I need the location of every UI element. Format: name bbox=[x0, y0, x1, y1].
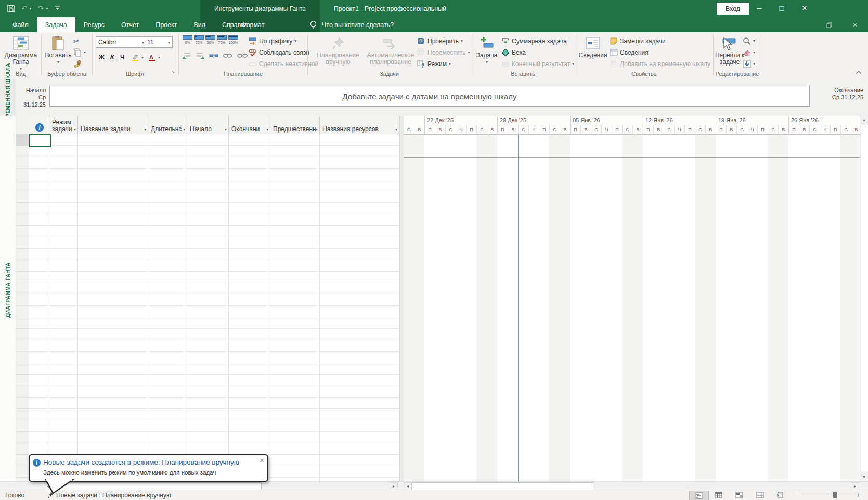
details-button[interactable]: Сведения bbox=[610, 47, 649, 58]
restore-document-icon[interactable] bbox=[823, 21, 835, 29]
row-header-28[interactable] bbox=[16, 443, 29, 455]
gantt-timescale[interactable]: СВ22 Дек '25ПВСЧПСВ29 Дек '25ПВСЧПСВ05 Я… bbox=[404, 116, 860, 135]
timescale-day[interactable]: В bbox=[435, 125, 445, 134]
view-resource-sheet-button[interactable] bbox=[753, 491, 767, 499]
timescale-day[interactable]: П bbox=[466, 125, 476, 134]
timescale-day[interactable]: В bbox=[726, 125, 736, 134]
cut-button[interactable]: ✂ bbox=[73, 35, 80, 46]
row-header-16[interactable] bbox=[16, 306, 29, 317]
split-task-icon[interactable] bbox=[209, 53, 218, 59]
manual-schedule-button[interactable]: Планирование вручную bbox=[311, 34, 365, 66]
bold-button[interactable]: Ж bbox=[97, 52, 107, 62]
vertical-scrollbar-thumb[interactable] bbox=[861, 125, 868, 471]
timeline-strip[interactable]: ВРЕМЕННАЯ ШКАЛА bbox=[0, 79, 16, 116]
timescale-day[interactable]: В bbox=[632, 125, 643, 134]
tab-формат[interactable]: Формат bbox=[233, 17, 273, 32]
row-header-9[interactable] bbox=[16, 226, 29, 237]
tab-отчет[interactable]: Отчет bbox=[113, 17, 147, 32]
tab-задача[interactable]: Задача bbox=[37, 17, 75, 32]
view-team-planner-button[interactable] bbox=[732, 491, 746, 499]
link-tasks-icon[interactable] bbox=[223, 53, 233, 59]
sign-in-button[interactable]: Вход bbox=[717, 3, 749, 15]
tab-файл[interactable]: Файл bbox=[4, 17, 37, 32]
auto-schedule-button[interactable]: Автоматическое планирование bbox=[366, 34, 415, 66]
redo-dropdown-icon[interactable]: ▾ bbox=[46, 6, 48, 11]
view-gantt-chart-button[interactable] bbox=[689, 491, 709, 500]
timescale-day[interactable]: П bbox=[612, 125, 622, 134]
gantt-scroll-right-icon[interactable]: ▸ bbox=[851, 482, 859, 490]
timeline-add-tasks-box[interactable]: Добавьте задачи с датами на временную шк… bbox=[49, 86, 810, 107]
column-header-info[interactable]: i bbox=[29, 116, 49, 134]
indent-task-icon[interactable] bbox=[196, 52, 205, 59]
filter-dropdown-icon[interactable]: ▾ bbox=[183, 126, 185, 133]
row-header-3[interactable] bbox=[16, 157, 29, 169]
timescale-day[interactable]: С bbox=[445, 125, 456, 134]
tell-me-assist[interactable]: Что вы хотите сделать? bbox=[309, 17, 394, 32]
timescale-day[interactable]: В bbox=[799, 125, 809, 134]
row-header-8[interactable] bbox=[16, 214, 29, 226]
respect-links-button[interactable]: Соблюдать связи bbox=[249, 47, 309, 58]
timescale-day[interactable]: В bbox=[414, 125, 424, 134]
row-header-21[interactable] bbox=[16, 363, 29, 375]
column-header-начало[interactable]: Начало▾ bbox=[187, 116, 229, 134]
timescale-week-5[interactable]: 19 Янв '26 bbox=[716, 116, 788, 125]
column-header-окончани[interactable]: Окончани▾ bbox=[229, 116, 270, 134]
font-size-select[interactable]: 11 ▾ bbox=[145, 36, 173, 48]
fill-down-button[interactable]: ▾ bbox=[743, 58, 755, 69]
timescale-day[interactable]: С bbox=[664, 125, 674, 134]
zoom-slider-thumb[interactable] bbox=[833, 492, 837, 498]
close-document-icon[interactable]: ✕ bbox=[849, 21, 861, 29]
timescale-day[interactable]: В bbox=[653, 125, 664, 134]
italic-button[interactable]: К bbox=[107, 52, 117, 62]
clear-button[interactable]: ▾ bbox=[743, 47, 755, 58]
font-family-select[interactable]: Calibri ▾ bbox=[96, 36, 147, 48]
row-header-11[interactable] bbox=[16, 249, 29, 260]
gantt-chart-pane[interactable]: СВ22 Дек '25ПВСЧПСВ29 Дек '25ПВСЧПСВ05 Я… bbox=[404, 116, 860, 481]
timescale-day[interactable]: П bbox=[643, 125, 653, 134]
scroll-down-icon[interactable]: ▾ bbox=[860, 472, 868, 481]
customize-qat-icon[interactable] bbox=[55, 6, 60, 11]
column-header-режим-задачи[interactable]: Режим задачи▾ bbox=[49, 116, 78, 134]
timescale-week-4[interactable]: 12 Янв '26 bbox=[643, 116, 716, 125]
popup-close-icon[interactable]: ✕ bbox=[260, 457, 264, 464]
filter-dropdown-icon[interactable]: ▾ bbox=[316, 126, 318, 133]
timescale-day[interactable]: В bbox=[560, 125, 570, 134]
row-header-5[interactable] bbox=[16, 180, 29, 191]
timescale-day[interactable]: В bbox=[705, 125, 716, 134]
row-header-15[interactable] bbox=[16, 294, 29, 306]
table-scroll-right-icon[interactable]: ▸ bbox=[390, 482, 398, 490]
progress-100%-button[interactable]: 100% bbox=[228, 35, 239, 48]
collapse-ribbon-icon[interactable] bbox=[856, 71, 862, 74]
timescale-day[interactable]: П bbox=[424, 125, 435, 134]
filter-dropdown-icon[interactable]: ▾ bbox=[225, 126, 227, 133]
row-header-18[interactable] bbox=[16, 329, 29, 340]
selected-cell[interactable] bbox=[29, 134, 51, 147]
zoom-in-icon[interactable]: + bbox=[856, 491, 860, 499]
vertical-scrollbar[interactable]: ▴ ▾ bbox=[860, 116, 868, 481]
row-header-20[interactable] bbox=[16, 352, 29, 363]
filter-dropdown-icon[interactable]: ▾ bbox=[266, 126, 268, 133]
row-header-27[interactable] bbox=[16, 432, 29, 443]
row-header-25[interactable] bbox=[16, 409, 29, 420]
underline-button[interactable]: Ч bbox=[118, 52, 127, 62]
timescale-day[interactable]: П bbox=[497, 125, 508, 134]
timescale-day[interactable]: С bbox=[476, 125, 487, 134]
row-header-13[interactable] bbox=[16, 272, 29, 283]
timescale-day[interactable]: С bbox=[809, 125, 820, 134]
timescale-day[interactable]: Ч bbox=[601, 125, 612, 134]
tab-ресурс[interactable]: Ресурс bbox=[75, 17, 113, 32]
progress-50%-button[interactable]: 50% bbox=[205, 35, 216, 48]
timescale-day[interactable]: С bbox=[549, 125, 560, 134]
view-task-usage-button[interactable] bbox=[711, 491, 725, 499]
tab-вид[interactable]: Вид bbox=[185, 17, 214, 32]
find-button[interactable]: ▾ bbox=[743, 35, 755, 46]
timescale-day[interactable]: В bbox=[851, 125, 860, 134]
timescale-day[interactable]: П bbox=[570, 125, 580, 134]
progress-75%-button[interactable]: 75% bbox=[216, 35, 227, 48]
timescale-day[interactable]: С bbox=[840, 125, 851, 134]
timescale-day[interactable]: Ч bbox=[820, 125, 830, 134]
column-header-название-задачи[interactable]: Название задачи▾ bbox=[78, 116, 148, 134]
zoom-out-icon[interactable]: − bbox=[795, 491, 799, 499]
timescale-day[interactable]: В bbox=[508, 125, 518, 134]
format-painter-button[interactable] bbox=[73, 58, 82, 69]
